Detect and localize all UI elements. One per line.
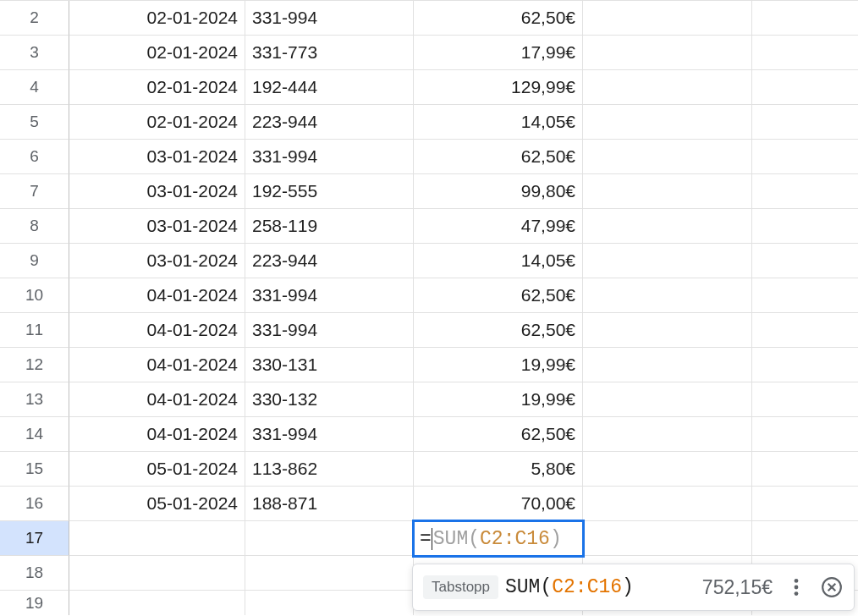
amount-cell[interactable]: 70,00€ xyxy=(414,487,583,521)
date-cell[interactable]: 05-01-2024 xyxy=(69,452,245,487)
code-cell[interactable]: 223-944 xyxy=(245,244,414,278)
amount-cell[interactable]: 17,99€ xyxy=(414,36,583,70)
row-header[interactable]: 16 xyxy=(0,487,69,521)
amount-cell[interactable]: 5,80€ xyxy=(414,452,583,487)
empty-cell[interactable] xyxy=(69,591,245,615)
amount-cell[interactable]: 62,50€ xyxy=(414,140,583,174)
date-cell[interactable]: 04-01-2024 xyxy=(69,278,245,313)
amount-cell[interactable]: 99,80€ xyxy=(414,174,583,209)
empty-cell[interactable] xyxy=(752,348,858,382)
empty-cell[interactable] xyxy=(583,36,752,70)
empty-cell[interactable] xyxy=(583,1,752,36)
code-cell[interactable]: 331-994 xyxy=(245,313,414,348)
empty-cell[interactable] xyxy=(583,452,752,487)
amount-cell[interactable]: 14,05€ xyxy=(414,105,583,140)
empty-cell[interactable] xyxy=(752,244,858,278)
row-header[interactable]: 2 xyxy=(0,1,69,36)
active-formula-cell[interactable]: =SUM(C2:C16) xyxy=(414,521,583,556)
code-cell[interactable]: 223-944 xyxy=(245,105,414,140)
empty-cell[interactable] xyxy=(752,36,858,70)
code-cell[interactable]: 330-132 xyxy=(245,382,414,417)
empty-cell[interactable] xyxy=(752,382,858,417)
code-cell[interactable]: 192-444 xyxy=(245,70,414,105)
empty-cell[interactable] xyxy=(752,105,858,140)
empty-cell[interactable] xyxy=(583,105,752,140)
code-cell[interactable]: 258-119 xyxy=(245,209,414,244)
row-header[interactable]: 19 xyxy=(0,591,69,615)
row-header[interactable]: 8 xyxy=(0,209,69,244)
empty-cell[interactable] xyxy=(752,1,858,36)
row-header[interactable]: 7 xyxy=(0,174,69,209)
more-options-icon[interactable] xyxy=(784,575,808,599)
row-header[interactable]: 6 xyxy=(0,140,69,174)
date-cell[interactable]: 02-01-2024 xyxy=(69,70,245,105)
empty-cell[interactable] xyxy=(752,313,858,348)
empty-cell[interactable] xyxy=(583,278,752,313)
empty-cell[interactable] xyxy=(583,209,752,244)
row-header[interactable]: 11 xyxy=(0,313,69,348)
formula-input[interactable]: =SUM(C2:C16) xyxy=(412,520,585,558)
empty-cell[interactable] xyxy=(752,174,858,209)
code-cell[interactable] xyxy=(245,521,414,556)
amount-cell[interactable]: 14,05€ xyxy=(414,244,583,278)
amount-cell[interactable]: 129,99€ xyxy=(414,70,583,105)
date-cell[interactable]: 04-01-2024 xyxy=(69,382,245,417)
date-cell[interactable]: 02-01-2024 xyxy=(69,36,245,70)
empty-cell[interactable] xyxy=(583,417,752,452)
amount-cell[interactable]: 47,99€ xyxy=(414,209,583,244)
tabstopp-chip[interactable]: Tabstopp xyxy=(423,575,498,599)
code-cell[interactable]: 330-131 xyxy=(245,348,414,382)
amount-cell[interactable]: 19,99€ xyxy=(414,382,583,417)
row-header[interactable]: 12 xyxy=(0,348,69,382)
empty-cell[interactable] xyxy=(583,244,752,278)
empty-cell[interactable] xyxy=(583,313,752,348)
code-cell[interactable]: 331-994 xyxy=(245,140,414,174)
date-cell[interactable]: 02-01-2024 xyxy=(69,1,245,36)
dismiss-suggestion-icon[interactable] xyxy=(820,575,844,599)
empty-cell[interactable] xyxy=(752,521,858,556)
row-header[interactable]: 18 xyxy=(0,556,69,591)
empty-cell[interactable] xyxy=(69,556,245,591)
date-cell[interactable]: 03-01-2024 xyxy=(69,140,245,174)
amount-cell[interactable]: 62,50€ xyxy=(414,313,583,348)
amount-cell[interactable]: 62,50€ xyxy=(414,417,583,452)
empty-cell[interactable] xyxy=(583,487,752,521)
row-header[interactable]: 15 xyxy=(0,452,69,487)
date-cell[interactable]: 03-01-2024 xyxy=(69,244,245,278)
date-cell[interactable]: 03-01-2024 xyxy=(69,209,245,244)
date-cell[interactable]: 03-01-2024 xyxy=(69,174,245,209)
suggestion-formula[interactable]: SUM(C2:C16) xyxy=(505,576,634,598)
empty-cell[interactable] xyxy=(583,382,752,417)
row-header-active[interactable]: 17 xyxy=(0,521,69,556)
date-cell[interactable] xyxy=(69,521,245,556)
empty-cell[interactable] xyxy=(752,452,858,487)
amount-cell[interactable]: 62,50€ xyxy=(414,1,583,36)
date-cell[interactable]: 04-01-2024 xyxy=(69,417,245,452)
empty-cell[interactable] xyxy=(583,521,752,556)
row-header[interactable]: 10 xyxy=(0,278,69,313)
code-cell[interactable]: 113-862 xyxy=(245,452,414,487)
amount-cell[interactable]: 62,50€ xyxy=(414,278,583,313)
code-cell[interactable]: 331-994 xyxy=(245,278,414,313)
row-header[interactable]: 4 xyxy=(0,70,69,105)
code-cell[interactable]: 331-994 xyxy=(245,417,414,452)
date-cell[interactable]: 02-01-2024 xyxy=(69,105,245,140)
empty-cell[interactable] xyxy=(583,140,752,174)
amount-cell[interactable]: 19,99€ xyxy=(414,348,583,382)
empty-cell[interactable] xyxy=(752,417,858,452)
empty-cell[interactable] xyxy=(583,174,752,209)
empty-cell[interactable] xyxy=(752,140,858,174)
spreadsheet-grid[interactable]: 202-01-2024331-99462,50€302-01-2024331-7… xyxy=(0,0,858,615)
code-cell[interactable]: 331-773 xyxy=(245,36,414,70)
date-cell[interactable]: 04-01-2024 xyxy=(69,348,245,382)
empty-cell[interactable] xyxy=(583,70,752,105)
empty-cell[interactable] xyxy=(583,348,752,382)
empty-cell[interactable] xyxy=(245,591,414,615)
row-header[interactable]: 5 xyxy=(0,105,69,140)
empty-cell[interactable] xyxy=(752,70,858,105)
empty-cell[interactable] xyxy=(752,278,858,313)
empty-cell[interactable] xyxy=(752,209,858,244)
code-cell[interactable]: 188-871 xyxy=(245,487,414,521)
row-header[interactable]: 13 xyxy=(0,382,69,417)
code-cell[interactable]: 192-555 xyxy=(245,174,414,209)
